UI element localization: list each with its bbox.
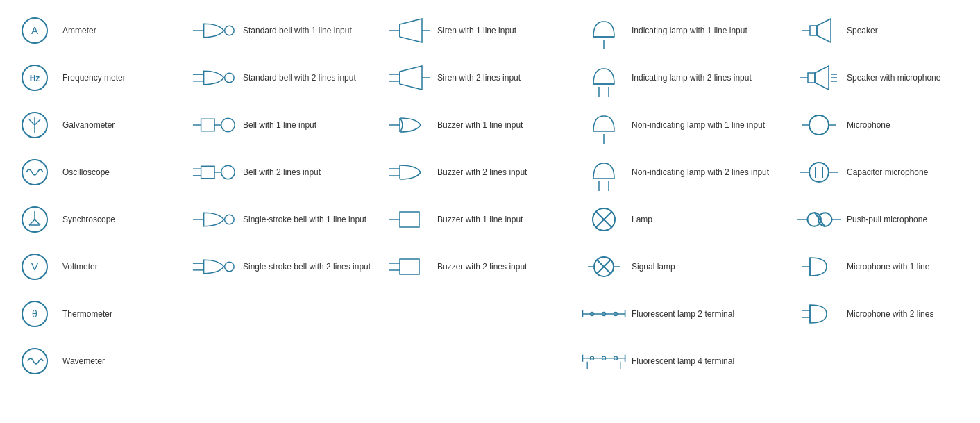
ind-lamp-1-label: Indicating lamp with 1 line input (627, 25, 747, 37)
buzzer-2lines-symbol (386, 155, 433, 190)
speaker-mic-label: Speaker with microphone (843, 72, 940, 84)
std-bell-1-label: Standard bell with 1 line input (239, 25, 352, 37)
list-item: Single-stroke bell with 2 lines input (186, 243, 380, 290)
svg-point-37 (225, 215, 235, 224)
svg-point-41 (225, 262, 235, 272)
fluor-4-symbol (580, 344, 627, 379)
list-item: Buzzer with 2 lines input (380, 243, 575, 290)
synchroscope-symbol (11, 204, 58, 235)
svg-marker-44 (400, 19, 422, 42)
svg-marker-49 (400, 66, 422, 90)
ammeter-label: Ammeter (58, 25, 96, 37)
list-item: Signal lamp (575, 243, 790, 290)
fluor-4-label: Fluorescent lamp 4 terminal (627, 356, 734, 367)
list-item: Siren with 1 line input (380, 7, 575, 54)
svg-text:V: V (31, 260, 38, 272)
list-item: Siren with 2 lines input (380, 54, 575, 101)
list-item: A Ammeter (6, 7, 186, 54)
list-item: Single-stroke bell with 1 line input (186, 196, 380, 243)
siren-2-label: Siren with 2 lines input (433, 72, 521, 84)
svg-point-34 (221, 165, 235, 179)
non-ind-lamp-1-label: Non-indicating lamp with 1 line input (627, 119, 765, 131)
bell-2-symbol (192, 155, 239, 190)
wavemeter-symbol (11, 346, 58, 376)
signal-lamp-label: Signal lamp (627, 261, 675, 273)
list-item: Fluorescent lamp 2 terminal (575, 290, 790, 338)
single-bell-2-symbol (192, 249, 239, 284)
capacitor-mic-symbol (795, 155, 843, 190)
synchroscope-label: Synchroscope (58, 214, 115, 226)
svg-point-29 (221, 118, 235, 131)
svg-text:Hz: Hz (30, 74, 40, 83)
list-item: Hz Frequency meter (6, 54, 186, 101)
list-item: Buzzer with 1 line input (380, 196, 575, 243)
list-item: V Voltmeter (6, 243, 186, 290)
non-ind-lamp-1-symbol (580, 106, 627, 144)
list-item: Speaker with microphone (790, 54, 980, 101)
frequency-meter-symbol: Hz (11, 63, 58, 93)
frequency-meter-label: Frequency meter (58, 72, 126, 84)
list-item: Bell with 2 lines input (186, 149, 380, 196)
buzzer-1line-symbol (386, 108, 433, 142)
non-ind-lamp-2-label: Non-indicating lamp with 2 lines input (627, 167, 769, 179)
capacitor-mic-label: Capacitor microphone (843, 167, 928, 179)
list-item: Lamp (575, 196, 790, 243)
microphone-label: Microphone (843, 119, 890, 131)
svg-marker-93 (817, 19, 831, 42)
thermometer-symbol: θ (11, 299, 58, 329)
svg-point-25 (225, 73, 235, 83)
list-item: Microphone with 1 line (790, 243, 980, 290)
push-pull-mic-label: Push-pull microphone (843, 214, 927, 226)
svg-point-103 (809, 163, 829, 182)
main-grid: A Ammeter Hz Frequency meter (0, 0, 980, 392)
fluor-2-symbol (580, 299, 627, 329)
thermometer-label: Thermometer (58, 308, 112, 320)
galvanometer-label: Galvanometer (58, 119, 115, 131)
bell-1-label: Bell with 1 line input (239, 119, 316, 131)
siren-1-symbol (386, 13, 433, 48)
svg-rect-92 (810, 26, 817, 35)
voltmeter-label: Voltmeter (58, 261, 98, 273)
list-item: Non-indicating lamp with 2 lines input (575, 149, 790, 196)
svg-text:θ: θ (32, 308, 37, 320)
list-item: Indicating lamp with 1 line input (575, 7, 790, 54)
mic-2lines-label: Microphone with 2 lines (843, 308, 933, 320)
list-item: θ Thermometer (6, 290, 186, 338)
list-item: Galvanometer (6, 101, 186, 149)
wavemeter-label: Wavemeter (58, 356, 105, 367)
column-bells: Standard bell with 1 line input Standard… (186, 7, 380, 385)
push-pull-mic-symbol (795, 202, 843, 237)
microphone-symbol (795, 108, 843, 142)
ind-lamp-2-symbol (580, 59, 627, 97)
svg-text:A: A (31, 24, 38, 36)
galvanometer-symbol (11, 110, 58, 140)
buzzer-2lines-label: Buzzer with 2 lines input (433, 167, 527, 179)
svg-point-21 (225, 26, 235, 35)
mic-1line-symbol (795, 249, 843, 284)
list-item: Bell with 1 line input (186, 101, 380, 149)
svg-point-8 (22, 160, 47, 185)
buzzer-box-2-label: Buzzer with 2 lines input (433, 261, 527, 273)
list-item: Non-indicating lamp with 1 line input (575, 101, 790, 149)
ammeter-symbol: A (11, 15, 58, 46)
speaker-mic-symbol (795, 60, 843, 95)
voltmeter-symbol: V (11, 251, 58, 282)
column-audio: Speaker Speaker with microphone (790, 7, 980, 385)
list-item: Speaker (790, 7, 980, 54)
list-item: Wavemeter (6, 338, 186, 385)
column-meters: A Ammeter Hz Frequency meter (6, 7, 186, 385)
svg-line-7 (29, 119, 35, 125)
bell-1-symbol (192, 108, 239, 142)
list-item: Synchroscope (6, 196, 186, 243)
list-item: Capacitor microphone (790, 149, 980, 196)
list-item: Standard bell with 1 line input (186, 7, 380, 54)
mic-1line-label: Microphone with 1 line (843, 261, 929, 273)
std-bell-2-symbol (192, 60, 239, 95)
mic-2lines-symbol (795, 297, 843, 331)
svg-line-6 (35, 119, 40, 125)
list-item: Oscilloscope (6, 149, 186, 196)
svg-line-111 (814, 212, 825, 226)
single-bell-2-label: Single-stroke bell with 2 lines input (239, 261, 371, 273)
non-ind-lamp-2-symbol (580, 154, 627, 192)
svg-rect-60 (400, 259, 419, 274)
